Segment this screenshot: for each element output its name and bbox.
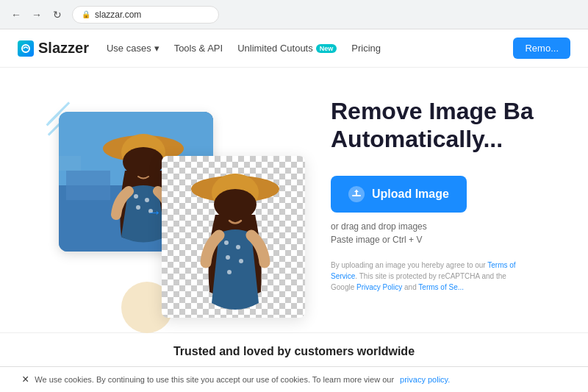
terms-of-service-link-2[interactable]: Terms of Se...	[418, 283, 464, 291]
back-button[interactable]: ←	[7, 6, 25, 24]
trusted-title: Trusted and loved by customers worldwide	[173, 345, 415, 358]
nav-pricing[interactable]: Pricing	[351, 43, 381, 54]
svg-rect-3	[66, 171, 110, 200]
nav-use-cases[interactable]: Use cases ▾	[107, 43, 159, 54]
logo-text: Slazzer	[38, 40, 89, 57]
lock-icon: 🔒	[82, 10, 90, 18]
svg-point-23	[227, 270, 232, 274]
arrow-decoration: →	[147, 204, 162, 221]
terms-of-service-link[interactable]: Terms of Service	[331, 261, 516, 280]
logo-icon	[18, 40, 34, 57]
svg-point-22	[239, 259, 243, 263]
nav-tools-api[interactable]: Tools & API	[174, 43, 223, 54]
terms-text: By uploading an image you hereby agree t…	[331, 260, 522, 293]
after-image	[162, 156, 305, 318]
new-badge: New	[316, 44, 337, 53]
navbar: Slazzer Use cases ▾ Tools & API Unlimite…	[0, 29, 588, 68]
cookie-banner: × We use cookies. By continuing to use t…	[0, 366, 588, 392]
svg-point-10	[145, 198, 149, 202]
svg-point-20	[236, 245, 240, 249]
svg-point-11	[136, 205, 140, 210]
privacy-policy-link[interactable]: Privacy Policy	[356, 283, 402, 291]
refresh-button[interactable]: ↻	[49, 6, 66, 24]
forward-button[interactable]: →	[28, 6, 46, 24]
cookie-text: We use cookies. By continuing to use thi…	[35, 375, 394, 384]
browser-nav-buttons: ← → ↻	[7, 6, 66, 24]
url-text: slazzar.com	[95, 10, 141, 20]
nav-unlimited-cutouts[interactable]: Unlimited Cutouts New	[237, 43, 337, 54]
upload-button[interactable]: Upload Image	[331, 176, 467, 213]
svg-rect-4	[59, 156, 81, 171]
cookie-close-button[interactable]: ×	[22, 373, 29, 386]
cookie-privacy-link[interactable]: privacy policy.	[400, 375, 450, 384]
site-wrapper: Slazzer Use cases ▾ Tools & API Unlimite…	[0, 29, 588, 392]
browser-chrome: ← → ↻ 🔒 slazzar.com	[0, 0, 588, 29]
upload-icon	[348, 186, 365, 202]
svg-point-0	[22, 45, 29, 52]
drag-drop-text: or drag and drop images	[331, 221, 573, 232]
after-image-svg	[162, 156, 305, 318]
address-bar[interactable]: 🔒 slazzar.com	[72, 6, 219, 24]
logo[interactable]: Slazzer	[18, 40, 89, 57]
svg-point-21	[226, 255, 230, 260]
hero-title: Remove Image Ba Automatically...	[331, 97, 573, 154]
nav-cta-button[interactable]: Remo...	[513, 38, 570, 59]
nav-links: Use cases ▾ Tools & API Unlimited Cutout…	[107, 43, 514, 54]
svg-point-9	[134, 194, 138, 199]
svg-point-19	[224, 240, 229, 245]
paste-text: Paste image or Ctrl + V	[331, 235, 573, 245]
